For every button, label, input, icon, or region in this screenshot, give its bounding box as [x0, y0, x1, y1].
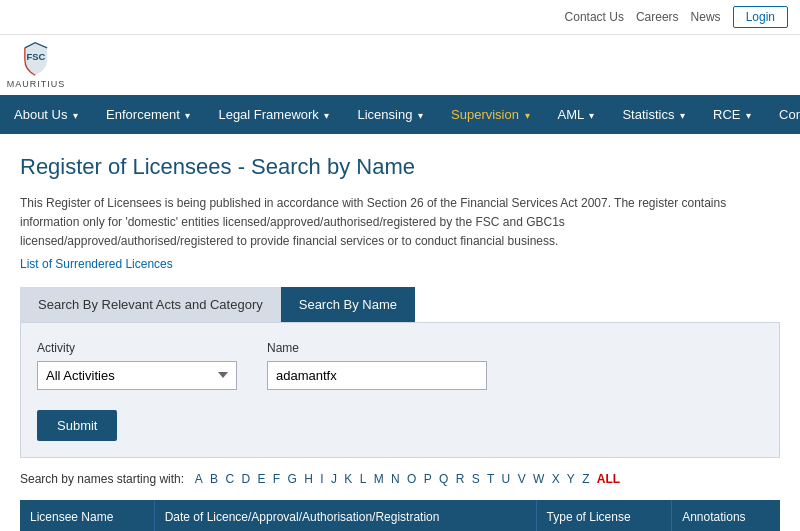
alpha-u[interactable]: U [502, 472, 511, 486]
alpha-v[interactable]: V [518, 472, 526, 486]
alpha-p[interactable]: P [424, 472, 432, 486]
alpha-z[interactable]: Z [582, 472, 589, 486]
alpha-b[interactable]: B [210, 472, 218, 486]
main-nav: About Us ▾ Enforcement ▾ Legal Framework… [0, 95, 800, 134]
submit-button[interactable]: Submit [37, 410, 117, 441]
alpha-m[interactable]: M [374, 472, 384, 486]
tab-search-by-name[interactable]: Search By Name [281, 287, 415, 322]
alpha-s[interactable]: S [472, 472, 480, 486]
search-tabs: Search By Relevant Acts and Category Sea… [20, 287, 780, 322]
activity-select[interactable]: All Activities [37, 361, 237, 390]
col-type-license: Type of License [536, 500, 672, 531]
activity-label: Activity [37, 341, 237, 355]
logo: FSC MAURITIUS [12, 41, 60, 89]
alpha-i[interactable]: I [320, 472, 323, 486]
alpha-a[interactable]: A [195, 472, 203, 486]
surrendered-licences-link[interactable]: List of Surrendered Licences [20, 257, 173, 271]
alpha-n[interactable]: N [391, 472, 400, 486]
alpha-g[interactable]: G [288, 472, 297, 486]
nav-about-us[interactable]: About Us ▾ [0, 95, 92, 134]
page-title: Register of Licensees - Search by Name [20, 154, 780, 180]
page-content: Register of Licensees - Search by Name T… [0, 134, 800, 531]
nav-supervision[interactable]: Supervision ▾ [437, 95, 544, 134]
col-date: Date of Licence/Approval/Authorisation/R… [154, 500, 536, 531]
top-bar: Contact Us Careers News Login [0, 0, 800, 35]
alpha-k[interactable]: K [344, 472, 352, 486]
results-table: Licensee Name Date of Licence/Approval/A… [20, 500, 780, 531]
login-button[interactable]: Login [733, 6, 788, 28]
page-description: This Register of Licensees is being publ… [20, 194, 780, 252]
name-input[interactable] [267, 361, 487, 390]
alphabet-search: Search by names starting with: A B C D E… [20, 458, 780, 494]
logo-icon: FSC [15, 41, 57, 77]
alpha-q[interactable]: Q [439, 472, 448, 486]
alpha-h[interactable]: H [304, 472, 313, 486]
name-label: Name [267, 341, 487, 355]
nav-licensing[interactable]: Licensing ▾ [343, 95, 437, 134]
alpha-j[interactable]: J [331, 472, 337, 486]
tab-relevant-acts[interactable]: Search By Relevant Acts and Category [20, 287, 281, 322]
alpha-f[interactable]: F [273, 472, 280, 486]
alpha-w[interactable]: W [533, 472, 544, 486]
alpha-l[interactable]: L [360, 472, 367, 486]
alpha-t[interactable]: T [487, 472, 494, 486]
alpha-e[interactable]: E [258, 472, 266, 486]
col-annotations: Annotations [672, 500, 780, 531]
search-form-area: Activity All Activities Name Submit [20, 322, 780, 458]
col-licensee-name: Licensee Name [20, 500, 154, 531]
nav-legal-framework[interactable]: Legal Framework ▾ [204, 95, 343, 134]
careers-link[interactable]: Careers [636, 10, 679, 24]
alpha-o[interactable]: O [407, 472, 416, 486]
alpha-d[interactable]: D [241, 472, 250, 486]
alpha-r[interactable]: R [456, 472, 465, 486]
alpha-x[interactable]: X [552, 472, 560, 486]
header: FSC MAURITIUS [0, 35, 800, 95]
svg-text:FSC: FSC [27, 51, 46, 62]
nav-aml[interactable]: AML ▾ [544, 95, 609, 134]
contact-us-link[interactable]: Contact Us [565, 10, 624, 24]
alpha-c[interactable]: C [225, 472, 234, 486]
nav-statistics[interactable]: Statistics ▾ [608, 95, 699, 134]
nav-rce[interactable]: RCE ▾ [699, 95, 765, 134]
alpha-prefix: Search by names starting with: [20, 472, 184, 486]
logo-text: MAURITIUS [7, 79, 66, 89]
alpha-y[interactable]: Y [567, 472, 575, 486]
nav-consumer-protection[interactable]: Consumer Protection ▾ [765, 95, 800, 134]
nav-enforcement[interactable]: Enforcement ▾ [92, 95, 204, 134]
form-row: Activity All Activities Name [37, 341, 763, 390]
news-link[interactable]: News [691, 10, 721, 24]
name-group: Name [267, 341, 487, 390]
activity-group: Activity All Activities [37, 341, 237, 390]
alpha-all[interactable]: ALL [597, 472, 620, 486]
